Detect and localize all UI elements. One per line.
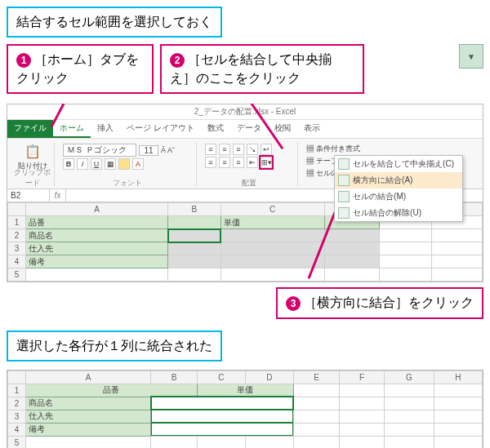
align-left-icon[interactable]: ≡	[205, 157, 216, 168]
cell[interactable]	[384, 410, 434, 423]
cell[interactable]	[432, 242, 483, 255]
cell[interactable]: 備考	[26, 423, 151, 436]
cell[interactable]: 備考	[26, 255, 168, 268]
border-button[interactable]: ▦	[105, 158, 116, 170]
cell[interactable]	[432, 268, 483, 282]
row-header[interactable]: 4	[8, 255, 26, 268]
wrap-icon[interactable]: ↩	[261, 144, 272, 155]
cell[interactable]	[220, 255, 324, 268]
tab-file[interactable]: ファイル	[7, 120, 53, 138]
row-header[interactable]: 1	[8, 216, 26, 229]
merge-menu-across[interactable]: 横方向に結合(A)	[335, 172, 462, 189]
align-bot-icon[interactable]: ≡	[233, 144, 244, 155]
cell[interactable]	[293, 423, 340, 436]
cell[interactable]	[293, 384, 340, 397]
cell[interactable]	[379, 242, 431, 255]
tab-review[interactable]: 校閲	[268, 120, 297, 138]
font-size[interactable]: 11	[139, 145, 158, 156]
tab-view[interactable]: 表示	[297, 120, 327, 138]
merge-dropdown-button[interactable]: ▼	[459, 44, 483, 69]
cell[interactable]	[168, 216, 220, 229]
merged-cell[interactable]: 品番	[26, 384, 198, 397]
merged-cell[interactable]: 単価	[197, 384, 293, 397]
cell[interactable]	[220, 268, 324, 282]
cell[interactable]	[26, 436, 151, 448]
orientation-icon[interactable]: ⭨	[247, 144, 258, 155]
row-header[interactable]: 2	[8, 397, 26, 410]
merge-menu-center[interactable]: セルを結合して中央揃え(C)	[335, 156, 462, 172]
merged-cell[interactable]	[151, 397, 294, 410]
cell[interactable]	[434, 397, 482, 410]
cell[interactable]	[384, 384, 434, 397]
cell[interactable]: 仕入先	[26, 242, 168, 255]
underline-button[interactable]: U	[91, 158, 102, 170]
paste-icon[interactable]: 📋	[16, 144, 49, 159]
merge-menu-unmerge[interactable]: セル結合の解除(U)	[335, 205, 462, 221]
align-right-icon[interactable]: ≡	[233, 157, 244, 168]
merge-center-button[interactable]: ⊞▾	[261, 157, 272, 168]
row-header[interactable]: 5	[8, 436, 26, 448]
cell[interactable]	[432, 229, 483, 242]
cell[interactable]	[324, 255, 379, 268]
cell[interactable]	[324, 242, 379, 255]
cell[interactable]	[340, 436, 384, 448]
cell[interactable]: 単価	[220, 216, 324, 229]
row-header[interactable]: 5	[8, 268, 26, 282]
cell[interactable]	[384, 397, 434, 410]
cell[interactable]	[324, 268, 379, 282]
tab-insert[interactable]: 挿入	[91, 120, 120, 138]
align-center-icon[interactable]: ≡	[219, 157, 230, 168]
col-header[interactable]: A	[26, 370, 151, 384]
cell[interactable]	[340, 397, 384, 410]
font-color-button[interactable]: A	[132, 158, 144, 170]
name-box[interactable]: B2	[7, 189, 50, 202]
cell[interactable]	[293, 436, 340, 448]
fill-color-button[interactable]	[118, 158, 130, 170]
cell[interactable]	[293, 397, 340, 410]
cell[interactable]	[434, 436, 482, 448]
cell[interactable]	[434, 423, 482, 436]
tab-home[interactable]: ホーム	[53, 120, 91, 138]
tab-formulas[interactable]: 数式	[201, 120, 230, 138]
col-header[interactable]: C	[197, 370, 245, 384]
merged-cell[interactable]	[151, 410, 294, 423]
col-header[interactable]: B	[168, 203, 220, 216]
align-mid-icon[interactable]: ≡	[219, 144, 230, 155]
cell[interactable]: 品番	[26, 216, 168, 229]
corner-cell[interactable]	[8, 370, 26, 384]
cell[interactable]	[245, 436, 293, 448]
cond-format-label[interactable]: ▦ 条件付き書式	[306, 144, 474, 154]
cell[interactable]	[293, 410, 340, 423]
col-header[interactable]: C	[220, 203, 324, 216]
cell[interactable]	[220, 242, 324, 255]
col-header[interactable]: H	[434, 370, 482, 384]
col-header[interactable]: E	[293, 370, 340, 384]
cell[interactable]	[384, 436, 434, 448]
fx-icon[interactable]: fx	[50, 189, 66, 202]
align-top-icon[interactable]: ≡	[205, 144, 216, 155]
cell[interactable]	[384, 423, 434, 436]
row-header[interactable]: 2	[8, 229, 26, 242]
cell[interactable]	[379, 255, 431, 268]
cell[interactable]	[168, 255, 220, 268]
cell[interactable]	[26, 268, 168, 282]
row-header[interactable]: 3	[8, 410, 26, 423]
cell[interactable]	[434, 384, 482, 397]
tab-layout[interactable]: ページ レイアウト	[120, 120, 201, 138]
cell[interactable]	[434, 410, 482, 423]
col-header[interactable]: G	[384, 370, 434, 384]
cell[interactable]: 商品名	[26, 397, 151, 410]
tab-data[interactable]: データ	[230, 120, 268, 138]
indent-dec-icon[interactable]: ⇤	[247, 157, 258, 168]
col-header[interactable]: F	[340, 370, 384, 384]
italic-button[interactable]: I	[77, 158, 88, 170]
cell[interactable]	[340, 384, 384, 397]
cell[interactable]	[324, 229, 379, 242]
col-header[interactable]: D	[245, 370, 293, 384]
cell[interactable]	[168, 229, 220, 242]
cell[interactable]	[340, 423, 384, 436]
col-header[interactable]: A	[26, 203, 168, 216]
cell[interactable]	[197, 436, 245, 448]
merged-cell[interactable]	[151, 423, 294, 436]
row-header[interactable]: 4	[8, 423, 26, 436]
